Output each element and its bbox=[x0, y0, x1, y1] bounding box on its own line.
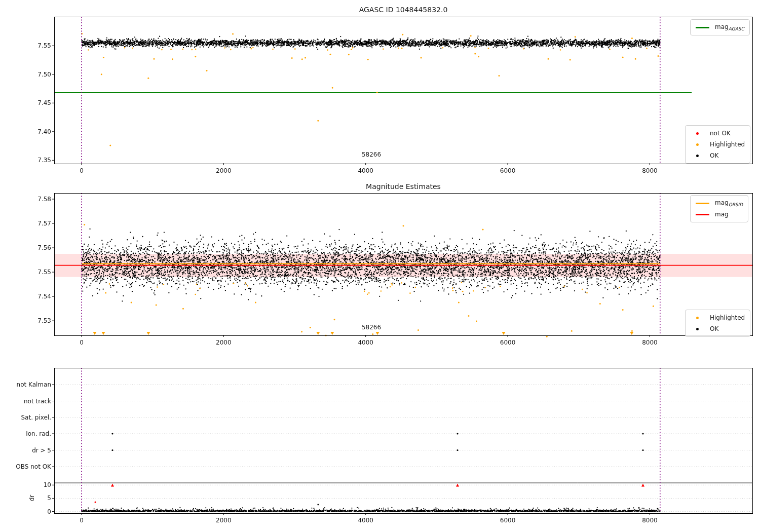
x-tick-label: 2000 bbox=[216, 517, 232, 524]
dr-tick-label: 5 bbox=[23, 495, 51, 502]
legend-item-mag-agasc: magAGASC bbox=[694, 22, 744, 33]
panel2-marker-legend: Highlighted OK bbox=[685, 310, 750, 337]
category-tick-label: Sat. pixel. bbox=[6, 414, 51, 421]
panel2-obsid-annotation: 58266 bbox=[362, 324, 381, 331]
x-tick-label: 8000 bbox=[642, 167, 658, 174]
panel1-title: AGASC ID 1048445832.0 bbox=[359, 6, 448, 14]
category-tick-label: Ion. rad. bbox=[6, 430, 51, 437]
y-tick-label: 7.55 bbox=[23, 269, 51, 276]
legend-item-highlighted: Highlighted bbox=[689, 139, 745, 150]
x-tick-label: 4000 bbox=[358, 339, 373, 346]
legend-item-ok: OK bbox=[689, 150, 745, 161]
category-tick-label: dr > 5 bbox=[6, 447, 51, 454]
y-tick-label: 7.55 bbox=[23, 42, 51, 49]
y-tick-label: 7.57 bbox=[23, 220, 51, 227]
figure: AGASC ID 1048445832.0 Magnitude Estimate… bbox=[0, 0, 760, 532]
panel2-line-legend: magOBSID mag bbox=[690, 195, 748, 222]
legend-item-not-ok: not OK bbox=[689, 128, 745, 139]
chart-canvas bbox=[0, 0, 760, 532]
panel2-title: Magnitude Estimates bbox=[366, 182, 441, 191]
x-tick-label: 2000 bbox=[216, 339, 232, 346]
panel1-obsid-annotation: 58266 bbox=[362, 151, 381, 158]
legend-label: magOBSID bbox=[715, 199, 743, 207]
orange-dot-swatch bbox=[689, 317, 706, 319]
black-dot-swatch bbox=[689, 155, 706, 157]
orange-dot-swatch bbox=[689, 143, 706, 146]
legend-item-highlighted: Highlighted bbox=[689, 312, 745, 323]
y-tick-label: 7.40 bbox=[23, 128, 51, 135]
x-tick-label: 6000 bbox=[500, 339, 516, 346]
y-tick-label: 7.50 bbox=[23, 71, 51, 78]
legend-item-mag: mag bbox=[694, 209, 743, 220]
category-tick-label: OBS not OK bbox=[6, 463, 51, 470]
y-tick-label: 7.56 bbox=[23, 244, 51, 251]
legend-item-ok: OK bbox=[689, 323, 745, 334]
panel1-line-legend: magAGASC bbox=[690, 19, 750, 35]
y-tick-label: 7.58 bbox=[23, 196, 51, 203]
y-tick-label: 7.53 bbox=[23, 317, 51, 324]
y-tick-label: 7.45 bbox=[23, 99, 51, 106]
x-tick-label: 4000 bbox=[358, 517, 373, 524]
x-tick-label: 8000 bbox=[642, 339, 658, 346]
x-tick-label: 0 bbox=[80, 167, 84, 174]
legend-item-mag-obsid: magOBSID bbox=[694, 198, 743, 209]
orange-line-swatch bbox=[694, 203, 711, 204]
category-tick-label: not track bbox=[6, 398, 51, 405]
x-tick-label: 6000 bbox=[500, 167, 516, 174]
x-tick-label: 8000 bbox=[642, 517, 658, 524]
x-tick-label: 0 bbox=[80, 339, 84, 346]
x-tick-label: 6000 bbox=[500, 517, 516, 524]
red-line-swatch bbox=[694, 214, 711, 215]
y-tick-label: 7.54 bbox=[23, 293, 51, 300]
red-dot-swatch bbox=[689, 132, 706, 135]
legend-label: magAGASC bbox=[715, 23, 744, 31]
panel1-marker-legend: not OK Highlighted OK bbox=[685, 125, 750, 164]
black-dot-swatch bbox=[689, 328, 706, 330]
y-tick-label: 7.35 bbox=[23, 157, 51, 164]
dr-tick-label: 10 bbox=[23, 481, 51, 488]
x-tick-label: 0 bbox=[80, 517, 84, 524]
category-tick-label: not Kalman bbox=[6, 381, 51, 388]
green-line-swatch bbox=[694, 27, 711, 28]
x-tick-label: 2000 bbox=[216, 167, 232, 174]
x-tick-label: 4000 bbox=[358, 167, 373, 174]
dr-tick-label: 0 bbox=[23, 508, 51, 515]
